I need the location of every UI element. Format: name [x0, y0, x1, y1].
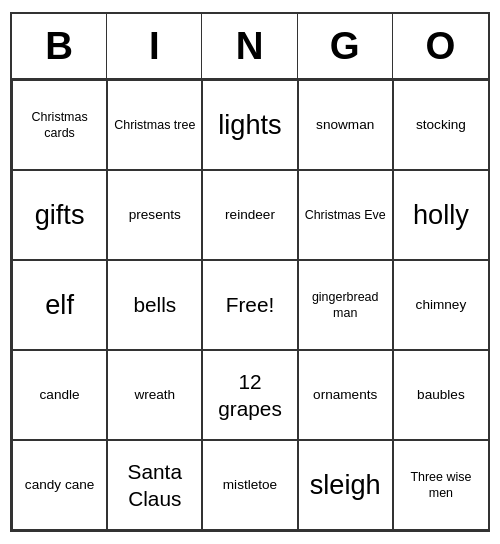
bingo-cell-22: mistletoe	[202, 440, 297, 530]
bingo-letter-b: B	[12, 14, 107, 78]
bingo-header: BINGO	[12, 14, 488, 80]
bingo-cell-20: candy cane	[12, 440, 107, 530]
bingo-cell-7: reindeer	[202, 170, 297, 260]
bingo-cell-12: Free!	[202, 260, 297, 350]
bingo-cell-1: Christmas tree	[107, 80, 202, 170]
bingo-cell-10: elf	[12, 260, 107, 350]
bingo-cell-14: chimney	[393, 260, 488, 350]
bingo-cell-13: gingerbread man	[298, 260, 393, 350]
bingo-cell-2: lights	[202, 80, 297, 170]
bingo-cell-3: snowman	[298, 80, 393, 170]
bingo-cell-16: wreath	[107, 350, 202, 440]
bingo-cell-4: stocking	[393, 80, 488, 170]
bingo-cell-0: Christmas cards	[12, 80, 107, 170]
bingo-letter-n: N	[202, 14, 297, 78]
bingo-card: BINGO Christmas cardsChristmas treelight…	[10, 12, 490, 532]
bingo-cell-5: gifts	[12, 170, 107, 260]
bingo-cell-15: candle	[12, 350, 107, 440]
bingo-cell-6: presents	[107, 170, 202, 260]
bingo-cell-21: Santa Claus	[107, 440, 202, 530]
bingo-cell-11: bells	[107, 260, 202, 350]
bingo-cell-9: holly	[393, 170, 488, 260]
bingo-cell-19: baubles	[393, 350, 488, 440]
bingo-cell-24: Three wise men	[393, 440, 488, 530]
bingo-letter-i: I	[107, 14, 202, 78]
bingo-letter-o: O	[393, 14, 488, 78]
bingo-letter-g: G	[298, 14, 393, 78]
bingo-grid: Christmas cardsChristmas treelightssnowm…	[12, 80, 488, 530]
bingo-cell-23: sleigh	[298, 440, 393, 530]
bingo-cell-8: Christmas Eve	[298, 170, 393, 260]
bingo-cell-18: ornaments	[298, 350, 393, 440]
bingo-cell-17: 12 grapes	[202, 350, 297, 440]
